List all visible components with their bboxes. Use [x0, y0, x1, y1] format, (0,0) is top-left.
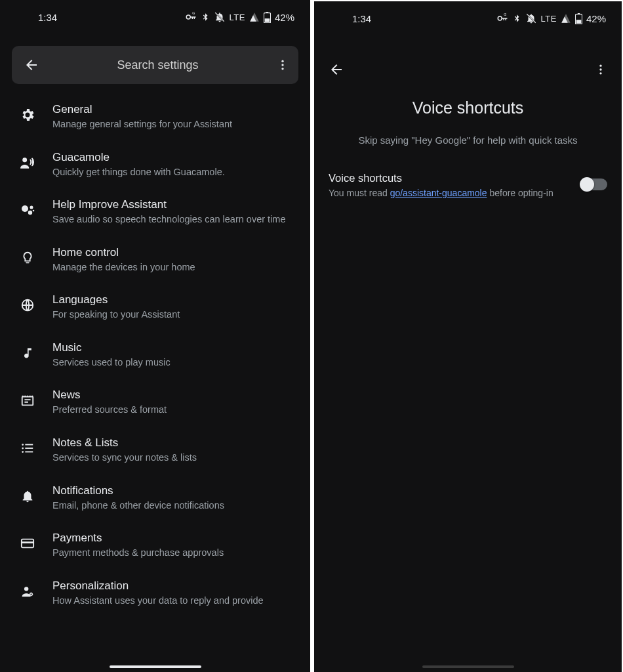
- settings-item-notes[interactable]: Notes & ListsServices to sync your notes…: [0, 427, 310, 474]
- settings-item-notifications[interactable]: NotificationsEmail, phone & other device…: [0, 474, 310, 522]
- battery-icon: [575, 13, 582, 24]
- list-icon: [18, 439, 37, 457]
- search-placeholder: Search settings: [42, 58, 273, 72]
- item-title: Help Improve Assistant: [52, 198, 297, 211]
- signal-icon: [561, 13, 571, 24]
- svg-text:G: G: [504, 12, 506, 16]
- status-icons: G LTE 42%: [496, 12, 606, 24]
- svg-point-9: [281, 68, 283, 70]
- svg-rect-34: [576, 20, 582, 24]
- svg-point-8: [281, 64, 283, 66]
- top-bar: [314, 50, 622, 89]
- svg-point-20: [22, 451, 24, 453]
- item-title: Languages: [52, 293, 297, 306]
- item-sub: Save audio so speech technologies can le…: [52, 213, 297, 226]
- svg-point-0: [186, 15, 190, 19]
- setting-title: Voice shortcuts: [329, 172, 572, 184]
- item-title: Payments: [52, 532, 297, 545]
- item-title: Home control: [52, 246, 297, 259]
- item-title: Personalization: [52, 579, 297, 593]
- network-label: LTE: [230, 12, 245, 22]
- svg-rect-5: [266, 12, 268, 13]
- item-sub: Quickly get things done with Guacamole.: [52, 166, 297, 179]
- settings-item-music[interactable]: MusicServices used to play music: [0, 331, 310, 379]
- setting-description: You must read go/assistant-guacamole bef…: [329, 187, 572, 200]
- svg-point-35: [599, 65, 601, 67]
- settings-item-payments[interactable]: PaymentsPayment methods & purchase appro…: [0, 522, 310, 570]
- svg-rect-33: [578, 13, 580, 14]
- item-sub: For speaking to your Assistant: [52, 308, 297, 322]
- item-sub: How Assistant uses your data to reply an…: [52, 595, 297, 608]
- bulb-icon: [18, 249, 37, 267]
- item-sub: Manage general settings for your Assista…: [52, 118, 297, 131]
- nav-pill[interactable]: [422, 665, 514, 668]
- svg-rect-23: [25, 452, 33, 453]
- item-title: General: [52, 103, 297, 116]
- bell-icon: [18, 487, 37, 505]
- svg-point-18: [22, 444, 24, 446]
- news-icon: [18, 391, 37, 410]
- voice-shortcuts-toggle[interactable]: [581, 178, 607, 190]
- dnd-icon: [214, 11, 226, 23]
- more-icon[interactable]: [594, 63, 607, 76]
- item-sub: Preferred sources & format: [52, 404, 297, 417]
- nav-pill[interactable]: [110, 665, 201, 668]
- svg-text:G: G: [192, 11, 195, 15]
- more-icon[interactable]: [273, 58, 292, 72]
- vpn-key-icon: G: [185, 11, 197, 23]
- vpn-key-icon: G: [496, 12, 508, 24]
- bluetooth-icon: [201, 12, 210, 22]
- back-icon[interactable]: [24, 57, 42, 73]
- svg-rect-17: [22, 397, 33, 406]
- bluetooth-icon: [512, 14, 521, 23]
- settings-item-general[interactable]: GeneralManage general settings for your …: [0, 93, 310, 141]
- network-label: LTE: [541, 14, 557, 24]
- clock: 1:34: [352, 13, 371, 24]
- item-sub: Manage the devices in your home: [52, 261, 297, 274]
- item-sub: Payment methods & purchase approvals: [52, 547, 297, 560]
- svg-rect-6: [265, 18, 270, 22]
- svg-point-14: [33, 210, 35, 212]
- voice-shortcuts-toggle-row[interactable]: Voice shortcuts You must read go/assista…: [314, 160, 622, 212]
- settings-item-news[interactable]: NewsPreferred sources & format: [0, 379, 310, 427]
- svg-point-13: [28, 211, 32, 215]
- back-icon[interactable]: [329, 62, 344, 77]
- svg-point-28: [498, 16, 502, 20]
- svg-rect-22: [25, 448, 33, 449]
- settings-item-guacamole[interactable]: GuacamoleQuickly get things done with Gu…: [0, 141, 310, 189]
- signal-icon: [249, 12, 260, 22]
- settings-item-home-control[interactable]: Home controlManage the devices in your h…: [0, 236, 310, 284]
- svg-rect-21: [25, 444, 33, 446]
- voice-shortcuts-screen: 1:34 G LTE 42% Voice shortcuts Skip sayi…: [313, 0, 623, 672]
- item-title: News: [52, 388, 297, 402]
- search-bar[interactable]: Search settings: [12, 46, 298, 84]
- guacamole-link[interactable]: go/assistant-guacamole: [390, 188, 487, 198]
- svg-rect-25: [22, 541, 33, 543]
- settings-item-languages[interactable]: LanguagesFor speaking to your Assistant: [0, 284, 310, 331]
- settings-item-help-improve[interactable]: Help Improve AssistantSave audio so spee…: [0, 188, 310, 236]
- battery-icon: [264, 12, 271, 23]
- settings-item-personalization[interactable]: PersonalizationHow Assistant uses your d…: [0, 570, 310, 618]
- globe-icon: [18, 296, 37, 314]
- svg-point-37: [599, 72, 601, 74]
- svg-point-36: [599, 68, 601, 70]
- svg-point-10: [22, 158, 27, 162]
- item-title: Notifications: [52, 484, 297, 497]
- gear-icon: [18, 106, 37, 124]
- item-sub: Services to sync your notes & lists: [52, 452, 297, 465]
- page-title: Voice shortcuts: [334, 98, 602, 117]
- battery-percent: 42%: [275, 12, 294, 23]
- status-icons: G LTE 42%: [185, 11, 294, 23]
- voice-icon: [18, 154, 37, 172]
- settings-list: GeneralManage general settings for your …: [0, 89, 310, 672]
- svg-point-12: [30, 206, 33, 209]
- svg-point-11: [22, 205, 28, 212]
- clock: 1:34: [38, 12, 57, 23]
- item-sub: Email, phone & other device notification…: [52, 499, 297, 513]
- svg-point-26: [24, 587, 28, 591]
- item-title: Guacamole: [52, 151, 297, 164]
- item-title: Music: [52, 341, 297, 354]
- page-header: Voice shortcuts Skip saying "Hey Google"…: [314, 89, 622, 160]
- status-bar: 1:34 G LTE 42%: [314, 1, 622, 35]
- svg-point-19: [22, 448, 24, 450]
